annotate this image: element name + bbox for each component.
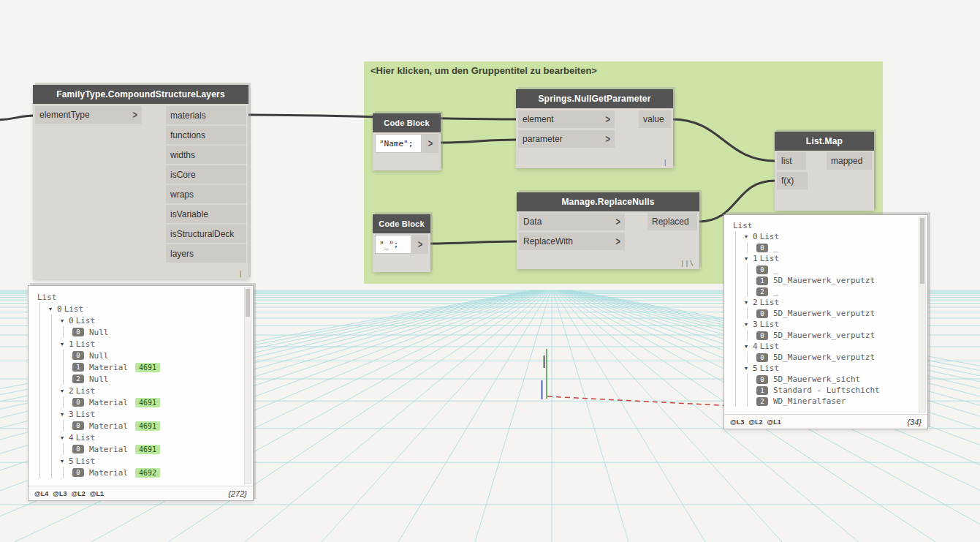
input-port-elementtype[interactable]: elementType > (35, 106, 142, 124)
scrollbar[interactable] (919, 217, 926, 413)
output-port-codeblock[interactable]: > (412, 235, 428, 254)
preview-list-row[interactable]: ▾1List (31, 338, 243, 350)
preview-item-row[interactable]: 0Null (31, 350, 243, 361)
output-port-replaced[interactable]: Replaced (647, 213, 697, 230)
preview-item-row[interactable]: 0Material4691 (31, 443, 243, 455)
node-header[interactable]: Springs.NullGetParameter (516, 89, 673, 108)
input-port-fx[interactable]: f(x) (777, 172, 808, 189)
preview-list-row[interactable]: ▾1List (727, 253, 917, 264)
expander-icon[interactable]: ▾ (61, 458, 67, 464)
expander-icon[interactable]: ▾ (745, 343, 751, 350)
preview-item-row[interactable]: 0Null (31, 326, 243, 338)
preview-list-row[interactable]: ▾3List (31, 408, 243, 420)
input-port-replacewith[interactable]: ReplaceWith > (519, 233, 625, 250)
group-title[interactable]: <Hier klicken, um den Gruppentitel zu be… (364, 61, 883, 80)
node-code-block-name[interactable]: Code Block "Name"; > (373, 113, 441, 170)
preview-item-row[interactable]: 0_ (727, 242, 917, 253)
node-manage-replacenulls[interactable]: Manage.ReplaceNulls Data > ReplaceWith >… (517, 192, 699, 269)
scrollbar-thumb[interactable] (246, 289, 250, 317)
preview-list-row[interactable]: ▾0List (31, 303, 243, 315)
level-badge[interactable]: @L2 (72, 490, 86, 497)
chevron-right-icon: > (616, 236, 620, 247)
output-port-iscore[interactable]: isCore (166, 165, 246, 184)
level-badge[interactable]: @L3 (53, 490, 67, 497)
code-block-editor[interactable]: "_"; (375, 235, 411, 254)
expander-icon[interactable]: ▾ (61, 388, 67, 394)
lacing-indicator[interactable]: | (239, 270, 243, 277)
expander-icon[interactable]: ▾ (745, 321, 751, 328)
preview-item-row[interactable]: 0Material4692 (31, 467, 243, 478)
output-port-functions[interactable]: functions (166, 126, 246, 144)
preview-item-row[interactable]: 1Material4691 (31, 361, 243, 373)
preview-bubble-listmap[interactable]: List▾0List0_▾1List0_15D_Mauerwerk_verput… (723, 214, 928, 429)
output-port-widths[interactable]: widths (166, 146, 246, 164)
lacing-indicator[interactable]: ||\ (680, 260, 694, 267)
output-port-isvariable[interactable]: isVariable (166, 205, 246, 223)
node-familytype-compoundstructurelayers[interactable]: FamilyType.CompoundStructureLayers eleme… (33, 85, 248, 279)
level-badge[interactable]: @L1 (90, 490, 104, 497)
output-port-isstructuraldeck[interactable]: isStructuralDeck (166, 225, 246, 243)
expander-icon[interactable]: ▾ (61, 317, 67, 324)
preview-item-row[interactable]: 2WD_Mineralfaser (727, 396, 917, 407)
preview-item-row[interactable]: 15D_Mauerwerk_verputzt (727, 275, 917, 286)
node-code-block-underscore[interactable]: Code Block "_"; > (373, 214, 430, 272)
preview-item-row[interactable]: 2Null (31, 373, 243, 385)
lacing-indicator[interactable]: | (664, 159, 668, 166)
expander-icon[interactable]: ▾ (61, 411, 67, 418)
output-port-codeblock[interactable]: > (422, 134, 438, 153)
preview-list-row[interactable]: ▾3List (727, 319, 917, 330)
expander-icon[interactable]: ▾ (745, 365, 751, 372)
scrollbar-thumb[interactable] (920, 218, 924, 284)
preview-item-row[interactable]: 0_ (727, 264, 917, 275)
preview-list-row[interactable]: ▾0List (31, 315, 243, 326)
expander-icon[interactable]: ▾ (49, 306, 56, 312)
preview-item-row[interactable]: 05D_Mauerwerk_verputzt (727, 352, 917, 363)
preview-bubble-familytype[interactable]: List▾0List▾0List0Null▾1List0Null1Materia… (28, 285, 254, 501)
preview-list-row[interactable]: ▾2List (727, 297, 917, 308)
expander-icon[interactable]: ▾ (61, 341, 67, 347)
node-header[interactable]: List.Map (775, 132, 874, 151)
output-port-wraps[interactable]: wraps (166, 185, 246, 203)
preview-list-row[interactable]: ▾2List (31, 385, 243, 396)
preview-item-row[interactable]: 1Standard - Luftschicht (727, 385, 917, 396)
preview-item-row[interactable]: 2_ (727, 286, 917, 297)
preview-list-row[interactable]: ▾0List (727, 231, 917, 242)
expander-icon[interactable]: ▾ (745, 255, 751, 262)
expander-icon[interactable]: ▾ (745, 233, 751, 240)
input-port-data[interactable]: Data > (519, 213, 625, 230)
node-header[interactable]: FamilyType.CompoundStructureLayers (33, 85, 248, 104)
preview-list-row[interactable]: ▾5List (727, 363, 917, 374)
scrollbar[interactable] (244, 287, 251, 484)
node-header[interactable]: Code Block (373, 214, 430, 233)
preview-list-row[interactable]: ▾4List (727, 341, 917, 352)
level-badge[interactable]: @L1 (767, 418, 781, 426)
output-port-mapped[interactable]: mapped (827, 152, 872, 170)
item-value: Material (89, 398, 128, 407)
level-badge[interactable]: @L2 (748, 418, 762, 426)
tree-guide-line (63, 350, 64, 361)
preview-item-row[interactable]: 0Material4691 (31, 420, 243, 432)
preview-item-row[interactable]: 05D_Mauerwerk_verputzt (727, 330, 917, 341)
level-badge[interactable]: @L4 (34, 490, 48, 497)
node-list-map[interactable]: List.Map list f(x) mapped (775, 132, 874, 211)
preview-item-row[interactable]: 05D_Mauerwerk_verputzt (727, 308, 917, 319)
preview-list-row[interactable]: ▾5List (31, 455, 243, 467)
node-header[interactable]: Code Block (373, 113, 441, 132)
tree-guide-line (51, 467, 52, 478)
code-block-editor[interactable]: "Name"; (375, 134, 422, 153)
level-badge[interactable]: @L3 (730, 418, 744, 426)
input-port-parameter[interactable]: parameter > (518, 130, 615, 148)
input-port-element[interactable]: element > (518, 110, 615, 128)
preview-list-row[interactable]: ▾4List (31, 432, 243, 443)
input-port-list[interactable]: list (777, 152, 806, 170)
node-springs-nullgetparameter[interactable]: Springs.NullGetParameter element > param… (516, 89, 673, 168)
expander-icon[interactable]: ▾ (61, 434, 67, 441)
output-port-materials[interactable]: materials (166, 106, 246, 124)
dynamo-canvas[interactable]: <Hier klicken, um den Gruppentitel zu be… (0, 0, 980, 542)
output-port-layers[interactable]: layers (166, 244, 246, 263)
expander-icon[interactable]: ▾ (745, 299, 751, 306)
output-port-value[interactable]: value (639, 110, 671, 128)
node-header[interactable]: Manage.ReplaceNulls (517, 192, 699, 211)
preview-item-row[interactable]: 05D_Mauerwerk_sicht (727, 374, 917, 385)
preview-item-row[interactable]: 0Material4691 (31, 396, 243, 408)
